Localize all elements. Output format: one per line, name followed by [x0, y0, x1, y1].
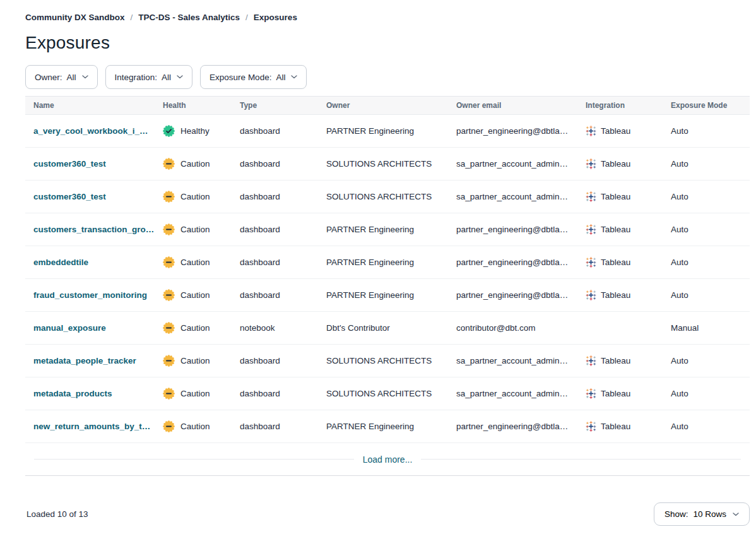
cell-type: dashboard	[232, 159, 318, 169]
breadcrumb-project[interactable]: Community DX Sandbox	[25, 13, 125, 22]
filter-label: Owner:	[35, 73, 62, 82]
integration: Tableau	[586, 224, 663, 235]
health-label: Caution	[180, 389, 210, 398]
table-header-row: Name Health Type Owner Owner email Integ…	[25, 96, 750, 115]
table-row: fraud_customer_monitoring	[25, 279, 750, 312]
exposure-name-link[interactable]: metadata_people_tracker	[33, 356, 136, 365]
cell-name: customer360_test	[25, 192, 155, 201]
cell-health: Caution	[155, 322, 232, 334]
exposure-name-link[interactable]: customer360_test	[33, 159, 106, 169]
tableau-icon	[586, 191, 596, 202]
cell-name: manual_exposure	[25, 323, 155, 333]
filter-bar: Owner: All Integration: All Exposure Mod…	[25, 65, 750, 89]
integration-label: Tableau	[601, 126, 630, 136]
breadcrumb-separator: /	[131, 13, 133, 22]
exposure-mode-filter-dropdown[interactable]: Exposure Mode: All	[200, 65, 307, 89]
owner-filter-dropdown[interactable]: Owner: All	[25, 65, 98, 89]
table-row: manual_exposure C	[25, 312, 750, 345]
table-row: customers_transaction_gro…	[25, 213, 750, 246]
integration: Tableau	[586, 158, 663, 169]
filter-value: All	[67, 73, 76, 82]
integration-filter-dropdown[interactable]: Integration: All	[105, 65, 193, 89]
health-label: Caution	[180, 258, 210, 267]
load-more-link[interactable]: Load more...	[363, 454, 413, 465]
integration: Tableau	[586, 126, 663, 136]
health-badge-icon	[163, 223, 175, 235]
filter-label: Integration:	[115, 73, 158, 82]
cell-type: dashboard	[232, 290, 318, 300]
cell-owner: SOLUTIONS ARCHITECTS	[318, 389, 448, 398]
cell-name: metadata_people_tracker	[25, 356, 155, 365]
exposure-name-link[interactable]: new_return_amounts_by_t…	[33, 422, 150, 431]
cell-name: metadata_products	[25, 389, 155, 398]
cell-integration: Tableau	[577, 290, 663, 300]
integration: Tableau	[586, 191, 663, 202]
integration: Tableau	[586, 355, 663, 366]
divider	[421, 459, 741, 460]
cell-exposure-mode: Auto	[663, 159, 750, 169]
health-badge-icon	[163, 289, 175, 301]
chevron-down-icon	[291, 75, 297, 79]
cell-health: Caution	[155, 158, 232, 170]
exposure-name-link[interactable]: customer360_test	[33, 192, 106, 201]
integration-label: Tableau	[601, 225, 630, 234]
health-badge-icon	[163, 420, 175, 432]
table-row: metadata_products	[25, 377, 750, 410]
cell-health: Caution	[155, 355, 232, 367]
cell-health: Caution	[155, 223, 232, 235]
chevron-down-icon	[82, 75, 88, 79]
rows-per-page-dropdown[interactable]: Show: 10 Rows	[654, 502, 750, 526]
cell-exposure-mode: Auto	[663, 290, 750, 300]
cell-owner: PARTNER Engineering	[318, 225, 448, 234]
cell-exposure-mode: Auto	[663, 258, 750, 267]
cell-exposure-mode: Auto	[663, 225, 750, 234]
cell-type: notebook	[232, 323, 318, 333]
integration-label: Tableau	[601, 389, 630, 398]
integration-label: Tableau	[601, 422, 630, 431]
cell-owner-email: partner_engineering@dbtla…	[448, 290, 577, 300]
cell-owner-email: contributor@dbt.com	[448, 323, 577, 333]
breadcrumb: Community DX Sandbox / TPC-DS - Sales An…	[25, 13, 750, 22]
table-row: new_return_amounts_by_t…	[25, 410, 750, 443]
cell-type: dashboard	[232, 356, 318, 365]
exposure-name-link[interactable]: customers_transaction_gro…	[33, 225, 154, 234]
cell-owner: PARTNER Engineering	[318, 422, 448, 431]
cell-integration: Tableau	[577, 158, 663, 169]
column-header-owner-email: Owner email	[448, 101, 577, 110]
column-header-health: Health	[155, 101, 232, 110]
health-label: Caution	[180, 159, 210, 169]
table-footer: Loaded 10 of 13 Show: 10 Rows	[25, 502, 750, 526]
chevron-down-icon	[733, 513, 739, 516]
integration: Tableau	[586, 257, 663, 268]
cell-type: dashboard	[232, 225, 318, 234]
cell-type: dashboard	[232, 258, 318, 267]
exposure-name-link[interactable]: manual_exposure	[33, 323, 106, 333]
cell-owner-email: sa_partner_account_admin…	[448, 356, 577, 365]
cell-health: Caution	[155, 420, 232, 432]
health-label: Caution	[180, 192, 210, 201]
tableau-icon	[586, 158, 596, 169]
breadcrumb-environment[interactable]: TPC-DS - Sales Analytics	[138, 13, 240, 22]
cell-owner-email: sa_partner_account_admin…	[448, 192, 577, 201]
exposure-name-link[interactable]: metadata_products	[33, 389, 112, 398]
cell-exposure-mode: Auto	[663, 389, 750, 398]
show-label: Show:	[664, 509, 688, 519]
tableau-icon	[586, 126, 596, 136]
exposure-name-link[interactable]: a_very_cool_workbook_i_…	[33, 126, 148, 136]
column-header-exposure-mode: Exposure Mode	[663, 101, 750, 110]
integration: Tableau	[586, 290, 663, 300]
integration-label: Tableau	[601, 356, 630, 365]
page-title: Exposures	[25, 33, 750, 53]
exposure-name-link[interactable]: embeddedtile	[33, 258, 88, 267]
cell-integration: Tableau	[577, 191, 663, 202]
exposure-name-link[interactable]: fraud_customer_monitoring	[33, 290, 147, 300]
health-label: Caution	[180, 290, 210, 300]
cell-owner: Dbt's Contributor	[318, 323, 448, 333]
cell-owner: SOLUTIONS ARCHITECTS	[318, 159, 448, 169]
cell-owner-email: partner_engineering@dbtla…	[448, 422, 577, 431]
table-row: embeddedtile Caut	[25, 246, 750, 279]
health-label: Caution	[180, 422, 210, 431]
column-header-owner: Owner	[318, 101, 448, 110]
breadcrumb-separator: /	[245, 13, 248, 22]
cell-exposure-mode: Manual	[663, 323, 750, 333]
